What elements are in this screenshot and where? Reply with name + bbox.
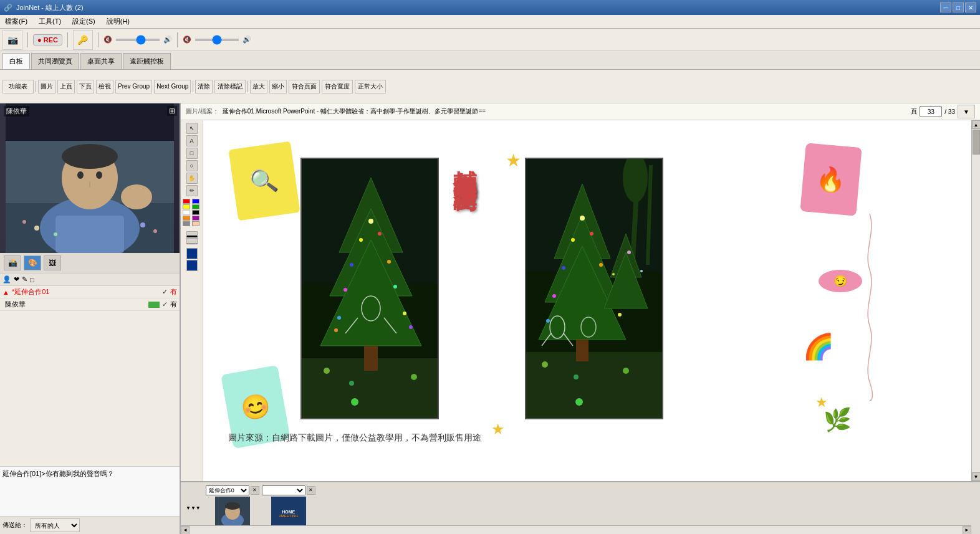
svg-point-11 xyxy=(34,226,39,231)
color-white[interactable] xyxy=(183,210,190,215)
color-gray[interactable] xyxy=(183,221,190,226)
close-button[interactable]: ✕ xyxy=(965,2,976,12)
color-blue[interactable] xyxy=(192,199,199,204)
thumb-dropdown-2[interactable] xyxy=(262,485,305,495)
thumb-dropdown-1[interactable]: 延伸合作0 xyxy=(206,485,249,495)
color-green[interactable] xyxy=(192,204,199,209)
minimize-button[interactable]: ─ xyxy=(940,2,951,12)
fit-width-button[interactable]: 符合寬度 xyxy=(322,80,353,93)
scroll-down-button[interactable]: ▼ xyxy=(972,472,981,481)
camera-toggle-button[interactable]: 🖼 xyxy=(44,255,61,270)
select-tool-button[interactable]: ↖ xyxy=(186,123,198,134)
h-scroll-track[interactable] xyxy=(190,526,963,535)
tab-desktop[interactable]: 桌面共享 xyxy=(80,53,122,69)
svg-rect-9 xyxy=(55,216,124,253)
color-button[interactable]: 🎨 xyxy=(24,255,41,270)
scroll-thumb[interactable] xyxy=(973,130,980,155)
blue-fill-button[interactable] xyxy=(186,248,198,259)
color-red[interactable] xyxy=(183,199,190,204)
titlebar-controls: ─ □ ✕ xyxy=(940,2,976,12)
star-bottom-left: ★ xyxy=(491,421,505,438)
view-button[interactable]: 檢視 xyxy=(96,80,113,93)
menu-settings[interactable]: 設定(S) xyxy=(70,16,98,27)
video-controls: 📸 🎨 🖼 xyxy=(0,253,180,274)
color-orange[interactable] xyxy=(183,216,190,221)
volume-slider[interactable] xyxy=(116,39,160,41)
tab-whiteboard[interactable]: 白板 xyxy=(2,53,30,69)
send-to-dropdown[interactable]: 所有的人 xyxy=(30,518,80,532)
next-page-button[interactable]: 下頁 xyxy=(77,80,94,93)
sep1 xyxy=(27,32,28,47)
user-check: ✓ xyxy=(162,300,168,308)
color-yellow[interactable] xyxy=(183,204,190,209)
thumb-controls-2: ✕ xyxy=(262,485,315,495)
chat-area: 延伸合作[01]>你有聽到我的聲音嗎？ xyxy=(0,466,180,516)
left-panel: 陳依華 xyxy=(0,103,181,534)
photo-right-inner xyxy=(526,159,662,418)
rect-tool-button[interactable]: □ xyxy=(186,148,198,159)
tab-remote[interactable]: 遠距觸控板 xyxy=(123,53,171,69)
canvas-area[interactable]: 🔍 xyxy=(203,120,971,481)
thumbnails-row: 延伸合作0 ✕ xyxy=(206,485,975,532)
hand-tool-button[interactable]: ✋ xyxy=(186,173,198,184)
svg-point-10 xyxy=(121,184,152,209)
prev-group-button[interactable]: Prev Group xyxy=(115,80,152,93)
fit-page-button[interactable]: 符合頁面 xyxy=(289,80,320,93)
thumb-close-2[interactable]: ✕ xyxy=(307,486,315,495)
scroll-right-button[interactable]: ► xyxy=(963,526,971,535)
bottom-arrows[interactable]: ▼▼▼ xyxy=(186,505,201,511)
zoom-in-button[interactable]: 放大 xyxy=(250,80,267,93)
page-number-input[interactable] xyxy=(920,106,942,117)
vol-left-icon: 🔇 xyxy=(103,36,112,44)
right-column: 圖片/檔案： 延伸合作01.Microsoft PowerPoint - 輔仁大… xyxy=(181,103,980,534)
color-black[interactable] xyxy=(192,210,199,215)
svg-point-55 xyxy=(552,294,556,298)
thin-line-button[interactable] xyxy=(186,238,198,244)
page-down-button[interactable]: ▼ xyxy=(958,105,975,118)
function-table-button[interactable]: 功能表 xyxy=(2,80,34,93)
menu-tools[interactable]: 工具(T) xyxy=(36,16,64,27)
menu-help[interactable]: 說明(H) xyxy=(104,16,132,27)
vol-left2-icon: 🔇 xyxy=(183,36,191,44)
tab-browser[interactable]: 共同瀏覽頁 xyxy=(31,53,79,69)
zoom-out-button[interactable]: 縮小 xyxy=(269,80,287,93)
scroll-track[interactable] xyxy=(972,129,981,472)
clear-mark-button[interactable]: 清除標記 xyxy=(214,80,246,93)
user-status-green xyxy=(148,302,160,308)
logo-subtext: 2MEETING xyxy=(279,514,298,518)
prev-page-button[interactable]: 上頁 xyxy=(57,80,75,93)
key-button[interactable]: 🔑 xyxy=(73,30,93,50)
scroll-left-button[interactable]: ◄ xyxy=(181,526,190,535)
participants-icon: 👤 xyxy=(2,275,11,284)
pen-tool-button[interactable]: ✏ xyxy=(186,185,198,196)
titlebar: 🔗 JoinNet - 線上人數 (2) ─ □ ✕ xyxy=(0,0,980,15)
host-check: ✓ xyxy=(162,288,168,296)
window-title: JoinNet - 線上人數 (2) xyxy=(16,3,84,12)
svg-point-34 xyxy=(324,368,330,374)
snapshot-button[interactable]: 📸 xyxy=(4,255,21,270)
circle-tool-button[interactable]: ○ xyxy=(186,160,198,171)
svg-point-53 xyxy=(562,266,565,270)
blue-fill2-button[interactable] xyxy=(186,260,198,271)
thumb-close-1[interactable]: ✕ xyxy=(251,486,259,495)
text-tool-button[interactable]: A xyxy=(186,135,198,146)
next-group-button[interactable]: Next Group xyxy=(154,80,191,93)
camera-button[interactable]: 📷 xyxy=(2,30,22,50)
participants-edit-icon: ✎ xyxy=(22,275,27,284)
normal-size-button[interactable]: 正常大小 xyxy=(355,80,386,93)
toolbar2: 功能表 圖片 上頁 下頁 檢視 Prev Group Next Group 清除… xyxy=(0,70,980,103)
send-area: 傳送給： 所有的人 xyxy=(0,516,180,534)
rec-button[interactable]: ● REC xyxy=(33,34,62,45)
menu-file[interactable]: 檔案(F) xyxy=(2,16,30,27)
more-tools xyxy=(186,248,198,271)
svg-point-65 xyxy=(542,361,548,368)
thick-line-button[interactable] xyxy=(186,231,198,237)
clear-button[interactable]: 清除 xyxy=(195,80,213,93)
bottom-controls: ▼▼▼ xyxy=(186,505,201,511)
maximize-button[interactable]: □ xyxy=(953,2,964,12)
scroll-up-button[interactable]: ▲ xyxy=(972,120,981,129)
image-button[interactable]: 圖片 xyxy=(38,80,55,93)
color-purple[interactable] xyxy=(192,216,199,221)
color-skin[interactable] xyxy=(192,221,199,226)
volume-slider2[interactable] xyxy=(195,39,239,41)
